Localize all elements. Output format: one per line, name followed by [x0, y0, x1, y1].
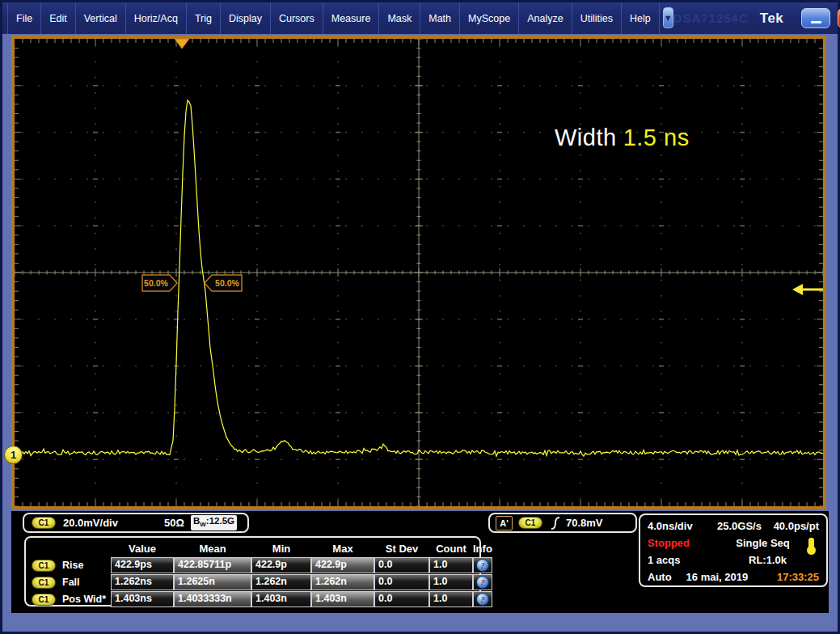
datetime-row: Auto 16 mai, 2019 17:33:25	[648, 568, 819, 585]
channel1-badge[interactable]: C1	[32, 517, 56, 529]
measurement-cell: 0.0	[374, 574, 429, 590]
acquisition-count-row: 1 acqs RL:1.0k	[648, 552, 819, 568]
menu-trig[interactable]: Trig	[187, 2, 221, 34]
waveform-display-area: 50.0% 50.0% 1 Width1.5 ns	[11, 36, 826, 509]
svg-text:50.0%: 50.0%	[215, 278, 239, 288]
chevron-down-icon: ▼	[664, 14, 673, 23]
minimize-icon	[811, 21, 821, 23]
trigger-channel-badge[interactable]: C1	[518, 517, 542, 529]
bandwidth-badge: BW:12.5G	[191, 515, 237, 530]
menu-bar: File Edit Vertical Horiz/Acq Trig Displa…	[2, 2, 838, 34]
menu-vertical[interactable]: Vertical	[76, 2, 126, 34]
svg-text:50.0%: 50.0%	[144, 278, 168, 288]
measurement-cell: 1.2625n	[174, 574, 251, 590]
trigger-position-marker[interactable]	[175, 39, 189, 49]
menu-analyze[interactable]: Analyze	[519, 2, 572, 34]
record-length: RL:1.0k	[749, 554, 787, 566]
channel1-marker[interactable]: 1	[4, 446, 23, 464]
menu-display[interactable]: Display	[221, 2, 271, 34]
menu-help[interactable]: Help	[622, 2, 660, 34]
measurement-cell: 1.262n	[251, 574, 311, 590]
menu-horiz-acq[interactable]: Horiz/Acq	[126, 2, 187, 34]
menu-utilities[interactable]: Utilities	[572, 2, 622, 34]
menu-file[interactable]: File	[7, 2, 41, 34]
trigger-level-value: 70.8mV	[566, 517, 603, 529]
measurement-cell: 1.403ns	[111, 591, 174, 607]
timebase-row: 4.0ns/div 25.0GS/s 40.0ps/pt	[648, 518, 819, 535]
row-channel-badge: C1	[32, 577, 56, 589]
measurement-cell: 0.0	[374, 591, 429, 607]
menu-myscope[interactable]: MyScope	[460, 2, 519, 34]
measurement-row-label: C1 Fall	[30, 574, 111, 590]
measurement-table: Value Mean Min Max St Dev Count Info C1 …	[24, 536, 481, 607]
single-seq-indicator-icon	[808, 538, 814, 548]
info-button[interactable]: ?	[476, 559, 489, 572]
model-watermark: DSA71254C	[673, 11, 749, 25]
measurement-cell: 1.262ns	[111, 574, 174, 590]
vertical-scale: 20.0mV/div	[63, 517, 118, 529]
measurement-cell: 1.403n	[311, 591, 374, 607]
col-header-min: Min	[251, 543, 311, 555]
width-annotation-label: Width	[555, 125, 617, 150]
readout-panel: C1 20.0mV/div 50Ω BW:12.5G A' C1 70.8mV …	[11, 511, 829, 613]
measurement-row-label: C1 Pos Wid*	[30, 591, 111, 607]
termination-impedance: 50Ω	[164, 517, 184, 529]
ref-level-tag-right: 50.0%	[205, 275, 242, 291]
trigger-level-arrow[interactable]	[792, 284, 823, 295]
row-channel-badge: C1	[32, 560, 56, 572]
rising-edge-slope-icon	[550, 516, 561, 530]
measurement-cell: 1.0	[429, 557, 473, 573]
measurement-row-label: C1 Rise	[30, 557, 111, 573]
title-bar-right: DSA71254C Tek X	[673, 2, 840, 34]
menu-cursors[interactable]: Cursors	[271, 2, 323, 34]
info-button[interactable]: ?	[476, 576, 489, 589]
measurement-cell: 1.262n	[311, 574, 374, 590]
menu-overflow-button[interactable]: ▼	[663, 7, 673, 28]
menu-edit[interactable]: Edit	[41, 2, 76, 34]
menu-mask[interactable]: Mask	[379, 2, 420, 34]
measurement-cell: 1.403n	[251, 591, 311, 607]
ref-level-tag-left: 50.0%	[142, 275, 177, 291]
acquisition-state-row: Stopped Single Seq	[648, 535, 819, 552]
menu-measure[interactable]: Measure	[323, 2, 380, 34]
info-cell: ?	[473, 557, 492, 573]
sample-resolution: 40.0ps/pt	[774, 520, 819, 532]
time-display: 17:33:25	[777, 571, 819, 583]
measurement-grid: Value Mean Min Max St Dev Count Info C1 …	[30, 540, 475, 607]
col-header-mean: Mean	[174, 543, 251, 555]
measurement-cell: 1.0	[429, 574, 473, 590]
menu-math[interactable]: Math	[420, 2, 460, 34]
measurement-cell: 1.0	[429, 591, 473, 607]
date-display: 16 mai, 2019	[686, 571, 749, 583]
col-header-stdev: St Dev	[374, 543, 429, 555]
row-channel-badge: C1	[32, 594, 56, 606]
acquisition-state: Stopped	[648, 537, 717, 549]
tek-logo: Tek	[760, 11, 784, 27]
width-annotation: Width1.5 ns	[555, 125, 690, 151]
measurement-cell: 422.9p	[311, 557, 374, 573]
acquisition-readout: 4.0ns/div 25.0GS/s 40.0ps/pt Stopped Sin…	[639, 514, 828, 587]
measurement-cell: 0.0	[374, 557, 429, 573]
channel1-readout[interactable]: C1 20.0mV/div 50Ω BW:12.5G	[23, 513, 249, 533]
trigger-source-badge: A'	[496, 516, 513, 530]
measurement-cell: 422.85711p	[174, 557, 251, 573]
acquisition-count: 1 acqs	[648, 554, 680, 566]
info-cell: ?	[473, 574, 492, 590]
info-button[interactable]: ?	[476, 593, 489, 606]
measurement-cell: 422.9p	[251, 557, 311, 573]
col-header-count: Count	[429, 543, 473, 555]
measurement-cell: 1.4033333n	[174, 591, 251, 607]
oscilloscope-application: File Edit Vertical Horiz/Acq Trig Displa…	[2, 2, 838, 632]
sample-rate: 25.0GS/s	[717, 520, 774, 532]
measurement-cell: 422.9ps	[111, 557, 174, 573]
timebase-scale: 4.0ns/div	[648, 520, 717, 532]
scope-plot: 50.0% 50.0%	[15, 39, 823, 506]
col-header-value: Value	[111, 543, 174, 555]
info-cell: ?	[473, 591, 492, 607]
trigger-mode: Auto	[648, 571, 672, 583]
graticule-grid	[15, 39, 823, 506]
minimize-button[interactable]	[801, 8, 830, 28]
col-header-info: Info	[473, 543, 492, 555]
trigger-readout[interactable]: A' C1 70.8mV	[488, 513, 637, 533]
acquisition-mode: Single Seq	[717, 537, 808, 549]
